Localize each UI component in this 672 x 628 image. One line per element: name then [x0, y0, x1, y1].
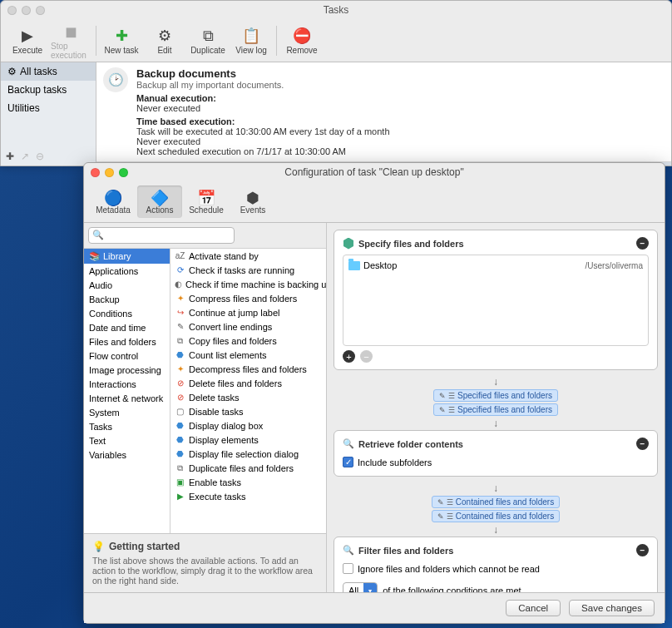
category-item[interactable]: Image processing: [84, 363, 170, 377]
remove-icon: ⛔: [293, 26, 311, 46]
sidebar-item[interactable]: Utilities: [1, 99, 96, 117]
search-input[interactable]: [88, 227, 235, 244]
flow-arrow-icon: ↓: [334, 375, 658, 388]
tab-metadata[interactable]: 🔵Metadata: [91, 185, 136, 218]
category-list[interactable]: 📚LibraryApplicationsAudioBackupCondition…: [84, 249, 170, 533]
task-title: Backup documents: [136, 67, 390, 80]
category-item[interactable]: Date and time: [84, 320, 170, 334]
tab-label: Schedule: [189, 205, 224, 215]
category-item[interactable]: Applications: [84, 264, 170, 278]
category-label: Text: [89, 436, 106, 446]
collapse-icon[interactable]: −: [636, 237, 649, 250]
step-title: Filter files and folders: [358, 546, 453, 556]
cancel-button[interactable]: Cancel: [506, 600, 561, 616]
category-label: Variables: [89, 450, 126, 460]
action-item[interactable]: ▣Enable tasks: [170, 475, 326, 489]
view-log-button[interactable]: 📋View log: [231, 26, 271, 55]
action-item[interactable]: ↪Continue at jump label: [170, 305, 326, 319]
action-label: Check if tasks are running: [189, 265, 294, 275]
remove-button[interactable]: ⛔Remove: [282, 26, 322, 55]
toolbar-label: New task: [104, 46, 138, 55]
tab-actions[interactable]: 🔷Actions: [137, 185, 182, 218]
checkbox-label: Ignore files and folders which cannot be…: [358, 564, 540, 574]
new-task-button[interactable]: ✚New task: [101, 26, 141, 55]
tab-schedule[interactable]: 📅Schedule: [184, 185, 229, 218]
category-item[interactable]: System: [84, 405, 170, 419]
action-item[interactable]: ⧉Copy files and folders: [170, 334, 326, 348]
file-list[interactable]: Desktop /Users/oliverma: [343, 255, 649, 346]
task-card[interactable]: 🕑Backup documentsBackup all my important…: [96, 62, 671, 162]
action-item[interactable]: ⬣Count list elements: [170, 348, 326, 362]
file-row[interactable]: Desktop /Users/oliverma: [347, 259, 645, 272]
include-subfolders-checkbox[interactable]: ✓: [343, 457, 353, 467]
list-icon: ☰: [447, 498, 453, 507]
add-file-icon[interactable]: +: [343, 350, 355, 363]
edit-icon: ✎: [439, 392, 446, 400]
category-item[interactable]: Internet & network: [84, 391, 170, 405]
action-item[interactable]: ◐Check if time machine is backing up dat: [170, 277, 326, 291]
action-item[interactable]: ▶Execute tasks: [170, 489, 326, 503]
section-line: Task will be executed at 10:30:00 AM eve…: [136, 126, 390, 136]
edit-icon: ⚙: [158, 26, 171, 46]
action-item[interactable]: ▢Disable tasks: [170, 404, 326, 418]
action-item[interactable]: ⊘Delete tasks: [170, 390, 326, 404]
list-icon: ☰: [448, 406, 455, 414]
ignore-unreadable-checkbox[interactable]: [343, 563, 353, 574]
tab-label: Events: [240, 205, 266, 215]
action-item[interactable]: ⊘Delete files and folders: [170, 376, 326, 390]
view-log-icon: 📋: [242, 26, 260, 46]
category-label: Image processing: [89, 365, 161, 375]
add-icon[interactable]: ✚: [6, 151, 14, 162]
sidebar-item[interactable]: ⚙All tasks: [1, 62, 96, 81]
section-line: Next scheduled execution on 7/1/17 at 10…: [136, 146, 390, 156]
category-item[interactable]: Flow control: [84, 349, 170, 363]
category-item[interactable]: Text: [84, 433, 170, 448]
data-pill[interactable]: ✎☰Contained files and folders: [432, 496, 560, 508]
data-pill[interactable]: ✎☰Specified files and folders: [433, 389, 558, 402]
edit-button[interactable]: ⚙Edit: [145, 26, 185, 55]
category-item[interactable]: 📚Library: [84, 249, 170, 264]
share-icon[interactable]: ↗: [21, 151, 29, 162]
file-name: Desktop: [363, 260, 397, 270]
remove-file-icon[interactable]: −: [360, 350, 373, 363]
collapse-icon[interactable]: −: [636, 544, 649, 556]
action-item[interactable]: ⬣Display dialog box: [170, 418, 326, 433]
category-item[interactable]: Variables: [84, 448, 170, 462]
category-item[interactable]: Tasks: [84, 419, 170, 433]
data-pill[interactable]: ✎☰Contained files and folders: [432, 510, 560, 522]
specify-files-step: Specify files and folders − Desktop /Use…: [334, 230, 658, 370]
gear-icon: ⚙: [7, 66, 17, 77]
action-item[interactable]: ⬣Display file selection dialog: [170, 447, 326, 461]
action-item[interactable]: ⟳Check if tasks are running: [170, 263, 326, 277]
category-item[interactable]: Audio: [84, 278, 170, 292]
sidebar-item[interactable]: Backup tasks: [1, 81, 96, 99]
config-toolbar: 🔵Metadata🔷Actions📅Schedule⬢Events: [84, 181, 665, 223]
action-item[interactable]: ⬣Display elements: [170, 433, 326, 447]
action-item[interactable]: ✦Compress files and folders: [170, 291, 326, 305]
section-head: Time based execution:: [136, 116, 235, 126]
duplicate-button[interactable]: ⧉Duplicate: [188, 26, 228, 55]
execute-icon: ▶: [22, 26, 33, 46]
action-item[interactable]: aZActivate stand by: [170, 249, 326, 263]
match-mode-select[interactable]: All▾: [343, 582, 378, 592]
action-list[interactable]: aZActivate stand by⟳Check if tasks are r…: [170, 249, 326, 533]
category-item[interactable]: Backup: [84, 292, 170, 306]
category-item[interactable]: Interactions: [84, 377, 170, 391]
category-item[interactable]: Files and folders: [84, 334, 170, 349]
stop-button[interactable]: ◼Stop execution: [51, 22, 91, 60]
action-icon: ↪: [175, 308, 185, 317]
action-item[interactable]: ✎Convert line endings: [170, 319, 326, 334]
titlebar: Tasks: [1, 1, 671, 19]
action-item[interactable]: ✦Decompress files and folders: [170, 362, 326, 376]
data-pill[interactable]: ✎☰Specified files and folders: [433, 403, 558, 416]
collapse-icon[interactable]: −: [636, 438, 649, 450]
tab-events[interactable]: ⬢Events: [230, 185, 275, 218]
save-button[interactable]: Save changes: [569, 600, 655, 616]
execute-button[interactable]: ▶Execute: [7, 26, 47, 55]
category-item[interactable]: Conditions: [84, 306, 170, 320]
workflow-area[interactable]: Specify files and folders − Desktop /Use…: [327, 223, 665, 592]
remove-icon[interactable]: ⊖: [36, 151, 44, 162]
action-label: Copy files and folders: [189, 336, 277, 346]
action-item[interactable]: ⧉Duplicate files and folders: [170, 461, 326, 475]
tasks-window: Tasks ▶Execute◼Stop execution✚New task⚙E…: [0, 0, 672, 166]
